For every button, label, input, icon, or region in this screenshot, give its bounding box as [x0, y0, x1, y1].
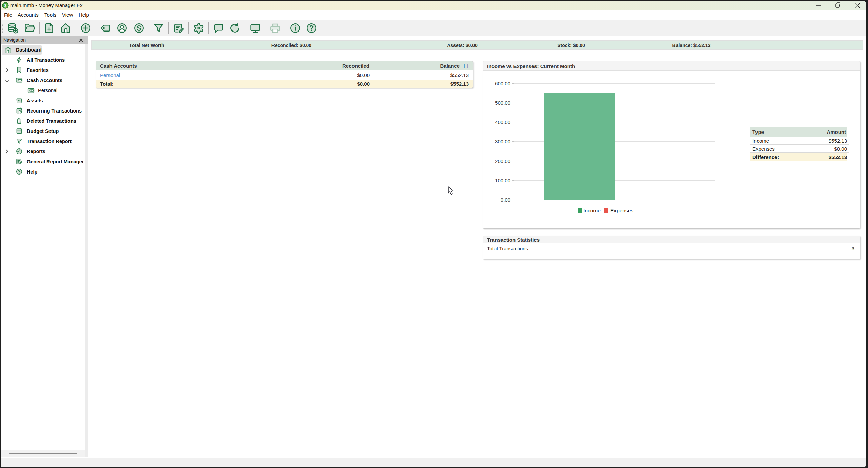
- svg-text:0.00: 0.00: [501, 197, 510, 203]
- svg-text:300.00: 300.00: [495, 139, 510, 144]
- svg-text:Expenses: Expenses: [610, 208, 633, 213]
- svg-text:400.00: 400.00: [495, 119, 510, 125]
- svg-text:$: $: [4, 3, 7, 8]
- svg-text:500.00: 500.00: [495, 100, 510, 106]
- svg-text:600.00: 600.00: [495, 81, 510, 86]
- svg-text:200.00: 200.00: [495, 158, 510, 164]
- svg-text:100.00: 100.00: [495, 178, 510, 183]
- svg-text:Income: Income: [583, 208, 601, 213]
